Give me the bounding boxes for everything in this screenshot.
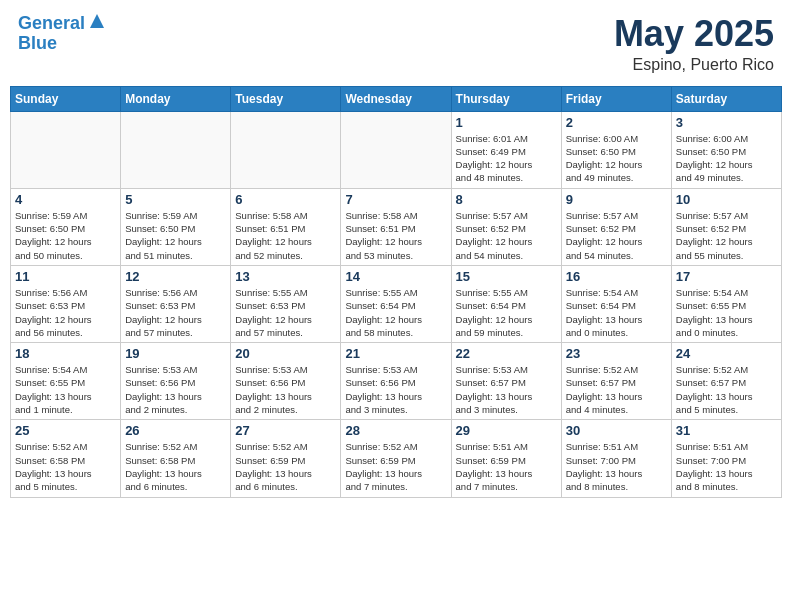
day-info: Sunrise: 5:52 AMSunset: 6:59 PMDaylight:… [235, 440, 336, 493]
day-info: Sunrise: 5:58 AMSunset: 6:51 PMDaylight:… [235, 209, 336, 262]
calendar-cell: 30Sunrise: 5:51 AMSunset: 7:00 PMDayligh… [561, 420, 671, 497]
day-info: Sunrise: 5:54 AMSunset: 6:55 PMDaylight:… [15, 363, 116, 416]
page-header: General Blue May 2025 Espino, Puerto Ric… [10, 10, 782, 78]
week-row-1: 1Sunrise: 6:01 AMSunset: 6:49 PMDaylight… [11, 111, 782, 188]
day-info: Sunrise: 6:00 AMSunset: 6:50 PMDaylight:… [676, 132, 777, 185]
day-number: 16 [566, 269, 667, 284]
logo-blue-text: Blue [18, 34, 57, 54]
calendar-cell: 22Sunrise: 5:53 AMSunset: 6:57 PMDayligh… [451, 343, 561, 420]
calendar-cell: 27Sunrise: 5:52 AMSunset: 6:59 PMDayligh… [231, 420, 341, 497]
calendar-table: SundayMondayTuesdayWednesdayThursdayFrid… [10, 86, 782, 498]
calendar-cell: 6Sunrise: 5:58 AMSunset: 6:51 PMDaylight… [231, 188, 341, 265]
day-number: 31 [676, 423, 777, 438]
calendar-cell: 3Sunrise: 6:00 AMSunset: 6:50 PMDaylight… [671, 111, 781, 188]
day-number: 24 [676, 346, 777, 361]
day-number: 21 [345, 346, 446, 361]
calendar-cell: 1Sunrise: 6:01 AMSunset: 6:49 PMDaylight… [451, 111, 561, 188]
day-info: Sunrise: 5:51 AMSunset: 7:00 PMDaylight:… [566, 440, 667, 493]
day-number: 29 [456, 423, 557, 438]
day-number: 25 [15, 423, 116, 438]
calendar-cell [341, 111, 451, 188]
day-info: Sunrise: 5:51 AMSunset: 7:00 PMDaylight:… [676, 440, 777, 493]
weekday-header-tuesday: Tuesday [231, 86, 341, 111]
day-number: 17 [676, 269, 777, 284]
calendar-cell: 7Sunrise: 5:58 AMSunset: 6:51 PMDaylight… [341, 188, 451, 265]
calendar-cell: 19Sunrise: 5:53 AMSunset: 6:56 PMDayligh… [121, 343, 231, 420]
day-number: 2 [566, 115, 667, 130]
day-info: Sunrise: 5:52 AMSunset: 6:57 PMDaylight:… [566, 363, 667, 416]
day-number: 23 [566, 346, 667, 361]
day-number: 26 [125, 423, 226, 438]
day-info: Sunrise: 5:56 AMSunset: 6:53 PMDaylight:… [125, 286, 226, 339]
day-number: 4 [15, 192, 116, 207]
day-number: 28 [345, 423, 446, 438]
weekday-header-monday: Monday [121, 86, 231, 111]
calendar-cell: 5Sunrise: 5:59 AMSunset: 6:50 PMDaylight… [121, 188, 231, 265]
day-info: Sunrise: 5:53 AMSunset: 6:57 PMDaylight:… [456, 363, 557, 416]
calendar-cell: 28Sunrise: 5:52 AMSunset: 6:59 PMDayligh… [341, 420, 451, 497]
day-number: 1 [456, 115, 557, 130]
calendar-cell [11, 111, 121, 188]
calendar-cell: 12Sunrise: 5:56 AMSunset: 6:53 PMDayligh… [121, 265, 231, 342]
day-number: 11 [15, 269, 116, 284]
day-info: Sunrise: 5:59 AMSunset: 6:50 PMDaylight:… [15, 209, 116, 262]
day-info: Sunrise: 5:57 AMSunset: 6:52 PMDaylight:… [566, 209, 667, 262]
day-info: Sunrise: 5:59 AMSunset: 6:50 PMDaylight:… [125, 209, 226, 262]
day-number: 13 [235, 269, 336, 284]
day-number: 30 [566, 423, 667, 438]
day-number: 8 [456, 192, 557, 207]
day-number: 3 [676, 115, 777, 130]
calendar-cell: 14Sunrise: 5:55 AMSunset: 6:54 PMDayligh… [341, 265, 451, 342]
day-number: 6 [235, 192, 336, 207]
day-number: 27 [235, 423, 336, 438]
day-info: Sunrise: 5:57 AMSunset: 6:52 PMDaylight:… [456, 209, 557, 262]
day-number: 9 [566, 192, 667, 207]
day-number: 15 [456, 269, 557, 284]
weekday-header-thursday: Thursday [451, 86, 561, 111]
day-info: Sunrise: 5:53 AMSunset: 6:56 PMDaylight:… [235, 363, 336, 416]
day-info: Sunrise: 5:54 AMSunset: 6:54 PMDaylight:… [566, 286, 667, 339]
day-info: Sunrise: 5:51 AMSunset: 6:59 PMDaylight:… [456, 440, 557, 493]
day-number: 7 [345, 192, 446, 207]
week-row-2: 4Sunrise: 5:59 AMSunset: 6:50 PMDaylight… [11, 188, 782, 265]
calendar-cell: 9Sunrise: 5:57 AMSunset: 6:52 PMDaylight… [561, 188, 671, 265]
day-number: 5 [125, 192, 226, 207]
calendar-cell: 2Sunrise: 6:00 AMSunset: 6:50 PMDaylight… [561, 111, 671, 188]
month-title: May 2025 [614, 14, 774, 54]
calendar-cell: 25Sunrise: 5:52 AMSunset: 6:58 PMDayligh… [11, 420, 121, 497]
week-row-4: 18Sunrise: 5:54 AMSunset: 6:55 PMDayligh… [11, 343, 782, 420]
weekday-header-saturday: Saturday [671, 86, 781, 111]
week-row-5: 25Sunrise: 5:52 AMSunset: 6:58 PMDayligh… [11, 420, 782, 497]
calendar-cell: 15Sunrise: 5:55 AMSunset: 6:54 PMDayligh… [451, 265, 561, 342]
day-number: 10 [676, 192, 777, 207]
calendar-cell: 17Sunrise: 5:54 AMSunset: 6:55 PMDayligh… [671, 265, 781, 342]
day-info: Sunrise: 5:55 AMSunset: 6:53 PMDaylight:… [235, 286, 336, 339]
calendar-cell [121, 111, 231, 188]
calendar-cell [231, 111, 341, 188]
calendar-cell: 20Sunrise: 5:53 AMSunset: 6:56 PMDayligh… [231, 343, 341, 420]
day-info: Sunrise: 5:52 AMSunset: 6:58 PMDaylight:… [15, 440, 116, 493]
day-number: 14 [345, 269, 446, 284]
day-info: Sunrise: 6:00 AMSunset: 6:50 PMDaylight:… [566, 132, 667, 185]
day-info: Sunrise: 5:52 AMSunset: 6:58 PMDaylight:… [125, 440, 226, 493]
day-info: Sunrise: 5:54 AMSunset: 6:55 PMDaylight:… [676, 286, 777, 339]
day-number: 12 [125, 269, 226, 284]
calendar-cell: 16Sunrise: 5:54 AMSunset: 6:54 PMDayligh… [561, 265, 671, 342]
day-info: Sunrise: 5:58 AMSunset: 6:51 PMDaylight:… [345, 209, 446, 262]
weekday-header-friday: Friday [561, 86, 671, 111]
calendar-cell: 26Sunrise: 5:52 AMSunset: 6:58 PMDayligh… [121, 420, 231, 497]
calendar-cell: 23Sunrise: 5:52 AMSunset: 6:57 PMDayligh… [561, 343, 671, 420]
day-info: Sunrise: 5:56 AMSunset: 6:53 PMDaylight:… [15, 286, 116, 339]
day-info: Sunrise: 5:52 AMSunset: 6:59 PMDaylight:… [345, 440, 446, 493]
calendar-cell: 18Sunrise: 5:54 AMSunset: 6:55 PMDayligh… [11, 343, 121, 420]
calendar-cell: 24Sunrise: 5:52 AMSunset: 6:57 PMDayligh… [671, 343, 781, 420]
day-info: Sunrise: 5:55 AMSunset: 6:54 PMDaylight:… [345, 286, 446, 339]
day-info: Sunrise: 5:53 AMSunset: 6:56 PMDaylight:… [125, 363, 226, 416]
day-number: 20 [235, 346, 336, 361]
day-info: Sunrise: 5:53 AMSunset: 6:56 PMDaylight:… [345, 363, 446, 416]
day-info: Sunrise: 5:52 AMSunset: 6:57 PMDaylight:… [676, 363, 777, 416]
day-info: Sunrise: 5:57 AMSunset: 6:52 PMDaylight:… [676, 209, 777, 262]
calendar-cell: 11Sunrise: 5:56 AMSunset: 6:53 PMDayligh… [11, 265, 121, 342]
calendar-cell: 10Sunrise: 5:57 AMSunset: 6:52 PMDayligh… [671, 188, 781, 265]
day-info: Sunrise: 6:01 AMSunset: 6:49 PMDaylight:… [456, 132, 557, 185]
